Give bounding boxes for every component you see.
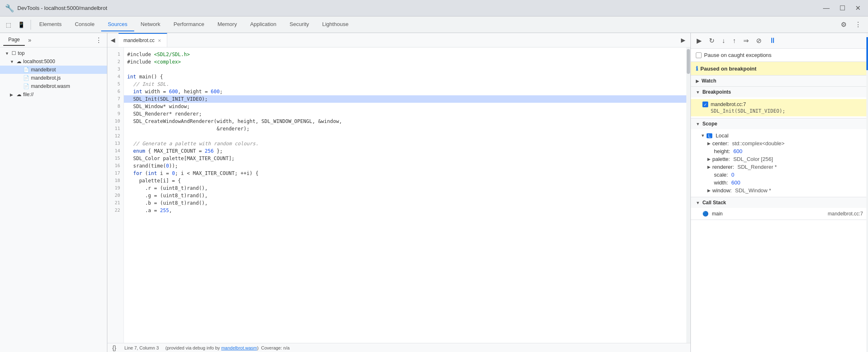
code-line[interactable]: int width = 600, height = 600; [124,88,686,95]
scope-val: 0 [731,172,734,178]
more-menu-button[interactable]: ⋮ [851,19,865,30]
minimize-button[interactable]: — [821,3,832,13]
code-line[interactable]: palette[i] = { [124,177,686,184]
scope-val: SDL_Color [256] [733,156,773,162]
watch-section: ▶ Watch [691,76,868,87]
code-line[interactable]: enum { MAX_ITER_COUNT = 256 }; [124,147,686,155]
breakpoints-section: ▼ Breakpoints ✓ mandelbrot.cc:7 SDL_Init… [691,87,868,118]
scope-renderer[interactable]: ▶ renderer: SDL_Renderer * [707,163,863,171]
code-line[interactable]: .g = (uint8_t)rand(), [124,192,686,199]
editor-format-button[interactable]: ▶ [678,35,689,45]
code-line[interactable]: int main() { [124,73,686,80]
breakpoints-content: ✓ mandelbrot.cc:7 SDL_Init(SDL_INIT_VIDE… [691,97,868,118]
code-line[interactable]: srand(time(0)); [124,162,686,170]
tab-lighthouse[interactable]: Lighthouse [315,18,355,31]
code-line[interactable]: for (int i = 0; i < MAX_ITER_COUNT; ++i)… [124,170,686,177]
call-stack-section-label: Call Stack [702,200,726,206]
tree-item-mandelbrot-js[interactable]: 📄 mandelbrot.js [0,74,107,82]
panel-tab-more[interactable]: » [26,35,33,45]
tab-console[interactable]: Console [68,18,101,31]
line-number: 1 [107,51,123,58]
code-line[interactable]: #include <SDL2/SDL.h> [124,51,686,58]
code-line[interactable]: // Init SDL. [124,80,686,88]
inspect-icon-button[interactable]: ⬚ [3,20,14,30]
tree-item-top[interactable]: ▼ ☐ top [0,49,107,57]
resume-button[interactable]: ▶ [694,35,704,46]
scope-section-header[interactable]: ▼ Scope [691,118,868,129]
code-line[interactable]: .b = (uint8_t)rand(), [124,199,686,207]
code-line[interactable]: .r = (uint8_t)rand(), [124,184,686,192]
editor-tab-mandelbrot-cc[interactable]: mandelbrot.cc ✕ [119,33,167,47]
scope-palette[interactable]: ▶ palette: SDL_Color [256] [707,155,863,163]
breakpoint-item: ✓ mandelbrot.cc:7 SDL_Init(SDL_INIT_VIDE… [691,99,868,116]
tab-sources[interactable]: Sources [101,18,134,31]
scope-section-label: Scope [702,121,717,127]
call-stack-section-header[interactable]: ▼ Call Stack [691,197,868,208]
scope-window[interactable]: ▶ window: SDL_Window * [707,187,863,194]
local-scope-header[interactable]: ▼ L Local [701,132,863,139]
step-over-button[interactable]: ↻ [707,35,717,46]
tab-elements[interactable]: Elements [33,18,68,31]
step-into-button[interactable]: ↓ [719,35,728,46]
code-line[interactable]: .a = 255, [124,207,686,214]
breakpoints-section-header[interactable]: ▼ Breakpoints [691,87,868,97]
vertical-scrollbar[interactable] [686,47,690,343]
step-micro-button[interactable]: ⇒ [741,35,751,46]
tab-network[interactable]: Network [134,18,167,31]
code-line[interactable]: SDL_Color palette[MAX_ITER_COUNT]; [124,155,686,162]
tab-performance[interactable]: Performance [167,18,211,31]
panel-menu-button[interactable]: ⋮ [94,35,104,46]
call-stack-section: ▼ Call Stack 🔵 main mandelbrot.cc:7 [691,197,868,220]
panel-tab-page[interactable]: Page [3,34,25,46]
middle-panel: ◀ mandelbrot.cc ✕ ▶ 12345678910111213141… [107,33,690,352]
chevron-icon: ▶ [10,92,15,97]
editor-tab-close-button[interactable]: ✕ [157,38,162,44]
tab-application[interactable]: Application [244,18,283,31]
scope-scale: scale: 0 [707,171,863,179]
tree-item-mandelbrot[interactable]: 📄 mandelbrot [0,66,107,74]
pause-exceptions-checkbox[interactable] [696,52,702,58]
call-stack-item-main[interactable]: 🔵 main mandelbrot.cc:7 [691,210,868,218]
local-scope: ▼ L Local ▶ center: std::complex<double>… [691,131,868,195]
right-scrollbar[interactable] [866,33,868,352]
tree-item-mandelbrot-wasm[interactable]: 📄 mandelbrot.wasm [0,82,107,90]
code-line[interactable]: SDL_Window* window; [124,103,686,110]
chevron-icon: ▼ [10,59,15,64]
tab-memory[interactable]: Memory [211,18,244,31]
step-out-button[interactable]: ↑ [730,35,738,46]
settings-button[interactable]: ⚙ [837,19,850,30]
watch-section-header[interactable]: ▶ Watch [691,76,868,86]
scope-key: renderer: [712,164,734,170]
chevron-icon: ▼ [696,122,700,126]
code-area[interactable]: 12345678910111213141516171819202122 #inc… [107,47,690,343]
code-line[interactable]: SDL_Renderer* renderer; [124,110,686,118]
code-line[interactable] [124,132,686,140]
wasm-link[interactable]: mandelbrot.wasm [221,345,257,350]
code-line[interactable]: // Generate a palette with random colour… [124,140,686,147]
maximize-button[interactable]: ☐ [837,3,848,13]
code-line[interactable]: &renderer); [124,125,686,132]
device-toolbar-button[interactable]: 📱 [15,20,27,30]
pretty-print-button[interactable]: {} [111,345,118,351]
code-line[interactable] [124,66,686,73]
breakpoint-checkbox[interactable]: ✓ [702,102,708,107]
deactivate-breakpoints-button[interactable]: ⊘ [754,35,764,46]
tree-item-localhost[interactable]: ▼ ☁ localhost:5000 [0,57,107,66]
editor-nav-back[interactable]: ◀ [109,35,117,45]
expand-icon: ▶ [707,165,711,169]
line-number: 8 [107,103,123,110]
code-line[interactable]: SDL_CreateWindowAndRenderer(width, heigh… [124,118,686,125]
line-number: 22 [107,207,123,214]
code-line[interactable]: SDL_Init(SDL_INIT_VIDEO); [124,95,686,103]
local-badge: L [707,133,712,138]
close-button[interactable]: ✕ [853,3,863,13]
scope-center[interactable]: ▶ center: std::complex<double> [707,139,863,147]
scope-val: 600 [731,180,740,186]
code-line[interactable]: #include <complex> [124,58,686,66]
tree-item-file[interactable]: ▶ ☁ file:// [0,90,107,99]
pause-script-button[interactable]: ⏸ [766,35,779,47]
breakpoint-banner: ℹ Paused on breakpoint [691,62,868,76]
call-stack-content: 🔵 main mandelbrot.cc:7 [691,208,868,220]
scope-key: window: [712,187,732,194]
tab-security[interactable]: Security [283,18,315,31]
